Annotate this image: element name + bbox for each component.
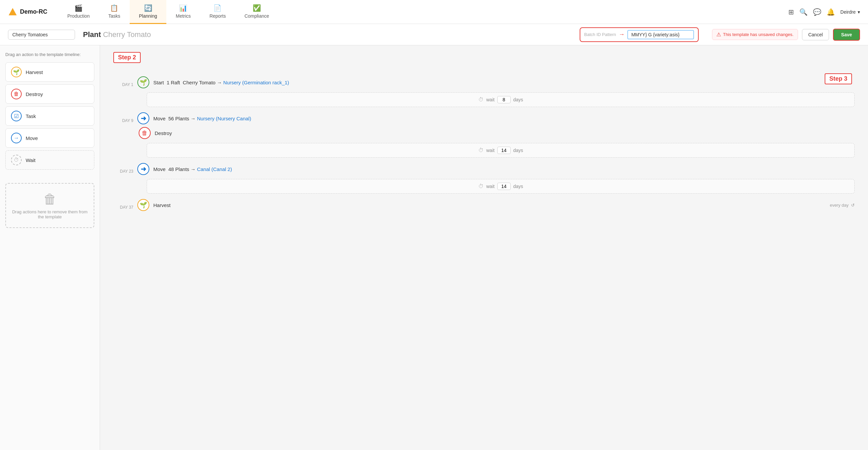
batch-id-section: Batch ID Pattern →: [580, 27, 699, 42]
day1-link[interactable]: Nursery (Germination rack_1): [223, 80, 289, 85]
brand-logo[interactable]: Demo-RC: [8, 7, 47, 17]
move-icon: →: [11, 133, 22, 143]
unsaved-notice: ⚠ This template has unsaved changes.: [712, 29, 798, 40]
destroy-label: Destroy: [26, 91, 43, 97]
wait-clock-icon-3: ⏱: [478, 183, 484, 189]
action-task[interactable]: ☑ Task: [5, 106, 94, 126]
grid-icon[interactable]: ⊞: [788, 8, 794, 16]
every-day-text: every day ↺: [830, 203, 855, 208]
destroy-circle-icon: 🗑: [139, 127, 151, 139]
batch-id-label: Batch ID Pattern: [584, 32, 616, 37]
nav-reports[interactable]: 📄 Reports: [200, 0, 235, 24]
step3-label: Step 3: [825, 73, 852, 91]
save-button[interactable]: Save: [833, 29, 860, 41]
task-icon: ☑: [11, 111, 22, 121]
nav-planning[interactable]: 🔄 Planning: [130, 0, 167, 24]
action-destroy[interactable]: 🗑 Destroy: [5, 84, 94, 104]
warning-icon: ⚠: [716, 31, 721, 38]
main-nav: Demo-RC 🎬 Production 📋 Tasks 🔄 Planning …: [0, 0, 868, 24]
wait-8-row: ⏱ wait days: [147, 92, 855, 107]
batch-id-input[interactable]: [627, 30, 694, 39]
nav-compliance[interactable]: ✅ Compliance: [235, 0, 278, 24]
chat-icon[interactable]: 💬: [813, 8, 822, 16]
step2-label: Step 2: [113, 52, 855, 70]
wait-14b-text: wait: [486, 184, 495, 189]
move-label: Move: [26, 135, 38, 141]
wait-14b-input[interactable]: [497, 183, 511, 190]
search-icon[interactable]: 🔍: [799, 8, 808, 16]
drop-zone-label: Drag actions here to remove them from th…: [11, 209, 88, 219]
wait-14a-row: ⏱ wait days: [147, 143, 855, 158]
day23-link[interactable]: Canal (Canal 2): [197, 166, 232, 172]
harvest-icon: 🌱: [11, 67, 22, 77]
unsaved-text: This template has unsaved changes.: [723, 32, 794, 37]
chevron-down-icon: ▾: [858, 9, 860, 15]
timeline-day37: DAY 37 🌱 Harvest every day ↺: [113, 199, 855, 211]
wait-14b-days: days: [513, 184, 523, 189]
step3-box: Step 3: [825, 73, 852, 84]
user-menu[interactable]: Deirdre ▾: [840, 9, 860, 15]
triangle-icon: [8, 7, 17, 17]
wait-14a-input[interactable]: [497, 147, 511, 154]
timeline-day1: DAY 1 🌱 Start 1 Raft Cherry Tomato → Nur…: [113, 76, 855, 88]
sidebar: Drag an action to the template timeline:…: [0, 45, 100, 450]
wait-14b-row: ⏱ wait days: [147, 179, 855, 194]
reports-icon: 📄: [213, 4, 222, 12]
destroy-icon: 🗑: [11, 89, 22, 99]
production-icon: 🎬: [74, 4, 83, 12]
template-name-input[interactable]: [8, 30, 75, 40]
action-move[interactable]: → Move: [5, 128, 94, 148]
trash-icon: 🗑: [43, 192, 57, 207]
main-area: Drag an action to the template timeline:…: [0, 45, 868, 450]
day37-label: DAY 37: [113, 200, 133, 210]
wait-14a-days: days: [513, 148, 523, 153]
day23-label: DAY 23: [113, 164, 133, 174]
step2-box: Step 2: [113, 52, 141, 63]
nav-right: ⊞ 🔍 💬 🔔 Deirdre ▾: [788, 8, 860, 16]
wait-8-days: days: [513, 97, 523, 102]
arrow-right-icon: →: [619, 31, 625, 38]
drop-zone: 🗑 Drag actions here to remove them from …: [5, 183, 94, 228]
timeline-day23: DAY 23 ➜ Move 48 Plants → Canal (Canal 2…: [113, 163, 855, 175]
action-harvest[interactable]: 🌱 Harvest: [5, 62, 94, 82]
toolbar: Plant Cherry Tomato Batch ID Pattern → ⚠…: [0, 24, 868, 45]
toolbar-right: ⚠ This template has unsaved changes. Can…: [712, 29, 860, 41]
destroy-text: Destroy: [155, 130, 172, 136]
task-label: Task: [26, 113, 36, 119]
cancel-button[interactable]: Cancel: [802, 29, 829, 40]
day9-text: Move 56 Plants → Nursery (Nursery Canal): [153, 116, 251, 121]
compliance-icon: ✅: [253, 4, 261, 12]
day9-label: DAY 9: [113, 114, 133, 123]
day23-text: Move 48 Plants → Canal (Canal 2): [153, 166, 232, 172]
wait-8-text: wait: [486, 97, 495, 102]
wait-icon: ⏱: [11, 155, 22, 165]
nav-production[interactable]: 🎬 Production: [58, 0, 99, 24]
harvest-circle-icon: 🌱: [137, 199, 149, 211]
planning-icon: 🔄: [144, 4, 152, 12]
nav-tasks[interactable]: 📋 Tasks: [99, 0, 130, 24]
user-name: Deirdre: [840, 9, 856, 15]
day9-link[interactable]: Nursery (Nursery Canal): [197, 116, 251, 121]
bell-icon[interactable]: 🔔: [827, 8, 835, 16]
nav-production-label: Production: [67, 13, 90, 19]
brand-name: Demo-RC: [20, 8, 47, 15]
timeline-destroy: 🗑 Destroy: [139, 127, 855, 139]
content-area: Step 2 DAY 1 🌱 Start 1 Raft Cherry Tomat…: [100, 45, 868, 450]
action-wait[interactable]: ⏱ Wait: [5, 150, 94, 170]
move-icon-day9: ➜: [137, 112, 149, 124]
wait-8-input[interactable]: [497, 96, 511, 103]
page-title-area: Plant Cherry Tomato: [80, 30, 151, 39]
wait-clock-icon: ⏱: [478, 97, 484, 103]
nav-planning-label: Planning: [139, 13, 157, 19]
day1-label: DAY 1: [113, 78, 133, 87]
harvest-label: Harvest: [26, 69, 43, 75]
nav-metrics-label: Metrics: [176, 13, 191, 19]
nav-items: 🎬 Production 📋 Tasks 🔄 Planning 📊 Metric…: [58, 0, 788, 24]
timeline: DAY 1 🌱 Start 1 Raft Cherry Tomato → Nur…: [113, 76, 855, 214]
tasks-icon: 📋: [110, 4, 118, 12]
nav-metrics[interactable]: 📊 Metrics: [166, 0, 200, 24]
svg-marker-0: [9, 8, 17, 15]
sidebar-title: Drag an action to the template timeline:: [5, 52, 94, 57]
day1-text: Start 1 Raft Cherry Tomato → Nursery (Ge…: [153, 80, 289, 85]
wait-label: Wait: [26, 157, 35, 163]
